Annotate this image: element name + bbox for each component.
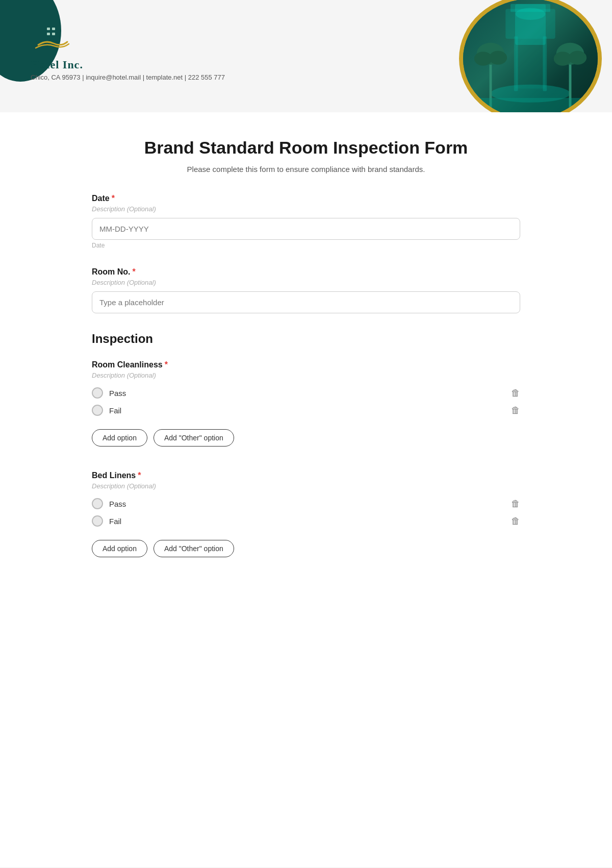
header-image xyxy=(459,0,612,112)
bed-linens-label: Bed Linens* xyxy=(92,471,520,480)
bed-linens-add-other-button[interactable]: Add "Other" option xyxy=(154,540,234,557)
bed-linens-radio-pass-circle[interactable] xyxy=(92,498,103,509)
bed-linens-add-row: Add option Add "Other" option xyxy=(92,540,520,557)
room-cleanliness-add-row: Add option Add "Other" option xyxy=(92,429,520,447)
room-cleanliness-pass-option: Pass 🗑 xyxy=(92,384,520,402)
date-field-section: Date* Description (Optional) Date xyxy=(92,194,520,249)
bed-linens-options: Pass 🗑 Fail 🗑 xyxy=(92,495,520,530)
date-required-star: * xyxy=(112,194,115,203)
room-no-description: Description (Optional) xyxy=(92,279,520,286)
room-no-label: Room No.* xyxy=(92,267,520,277)
hotel-scene-illustration xyxy=(463,0,598,112)
header: Hotel Inc. Chico, CA 95973 | inquire@hot… xyxy=(0,0,612,112)
bed-linens-radio-fail-circle[interactable] xyxy=(92,515,103,527)
svg-rect-3 xyxy=(47,28,50,30)
bed-linens-required-star: * xyxy=(138,471,141,480)
inspection-heading: Inspection xyxy=(92,332,520,346)
room-cleanliness-description: Description (Optional) xyxy=(92,371,520,379)
radio-fail-label: Fail xyxy=(109,406,121,415)
bed-linens-fail-label: Fail xyxy=(109,517,121,526)
svg-rect-6 xyxy=(52,33,55,35)
date-label: Date* xyxy=(92,194,520,203)
form-title: Brand Standard Room Inspection Form xyxy=(92,138,520,158)
delete-pass-icon[interactable]: 🗑 xyxy=(511,388,520,399)
main-content: Brand Standard Room Inspection Form Plea… xyxy=(0,112,612,867)
room-cleanliness-add-other-button[interactable]: Add "Other" option xyxy=(154,429,234,447)
date-description: Description (Optional) xyxy=(92,205,520,213)
bed-linens-subsection: Bed Linens* Description (Optional) Pass … xyxy=(92,471,520,557)
bed-linens-fail-option: Fail 🗑 xyxy=(92,512,520,530)
date-hint: Date xyxy=(92,242,520,249)
svg-rect-5 xyxy=(47,33,50,35)
svg-rect-8 xyxy=(511,4,550,12)
svg-rect-18 xyxy=(516,39,546,89)
logo-name: Hotel Inc. xyxy=(31,56,83,71)
hotel-image-circle xyxy=(459,0,602,112)
svg-point-13 xyxy=(489,51,507,64)
bed-linens-pass-label: Pass xyxy=(109,500,126,508)
bed-linens-description: Description (Optional) xyxy=(92,482,520,490)
radio-left-fail: Fail xyxy=(92,405,121,416)
radio-pass-circle[interactable] xyxy=(92,387,103,399)
svg-point-17 xyxy=(569,51,586,64)
svg-rect-2 xyxy=(49,17,53,22)
radio-left-pass: Pass xyxy=(92,387,126,399)
bed-linens-delete-pass-icon[interactable]: 🗑 xyxy=(511,499,520,509)
delete-fail-icon[interactable]: 🗑 xyxy=(511,405,520,416)
header-contact: Chico, CA 95973 | inquire@hotel.mail | t… xyxy=(31,73,225,81)
hotel-logo-icon xyxy=(31,15,71,56)
bed-linens-pass-option: Pass 🗑 xyxy=(92,495,520,512)
form-subtitle: Please complete this form to ensure comp… xyxy=(92,165,520,173)
room-cleanliness-add-option-button[interactable]: Add option xyxy=(92,429,147,447)
bed-linens-radio-left-pass: Pass xyxy=(92,498,126,509)
svg-rect-4 xyxy=(52,28,55,30)
logo-area: Hotel Inc. Chico, CA 95973 | inquire@hot… xyxy=(31,15,225,81)
svg-point-19 xyxy=(516,8,546,20)
room-cleanliness-required-star: * xyxy=(165,360,168,369)
svg-rect-20 xyxy=(514,36,518,91)
svg-rect-7 xyxy=(505,9,555,39)
bed-linens-add-option-button[interactable]: Add option xyxy=(92,540,147,557)
svg-rect-21 xyxy=(543,36,547,91)
room-cleanliness-options: Pass 🗑 Fail 🗑 xyxy=(92,384,520,419)
room-cleanliness-fail-option: Fail 🗑 xyxy=(92,402,520,419)
date-input[interactable] xyxy=(92,218,520,240)
hotel-scene-svg xyxy=(463,0,598,112)
room-no-field-section: Room No.* Description (Optional) xyxy=(92,267,520,313)
room-cleanliness-label: Room Cleanliness* xyxy=(92,360,520,369)
radio-pass-label: Pass xyxy=(109,389,126,398)
bed-linens-radio-left-fail: Fail xyxy=(92,515,121,527)
room-no-input[interactable] xyxy=(92,291,520,313)
room-no-required-star: * xyxy=(133,267,136,276)
radio-fail-circle[interactable] xyxy=(92,405,103,416)
room-cleanliness-subsection: Room Cleanliness* Description (Optional)… xyxy=(92,360,520,447)
bed-linens-delete-fail-icon[interactable]: 🗑 xyxy=(511,516,520,527)
